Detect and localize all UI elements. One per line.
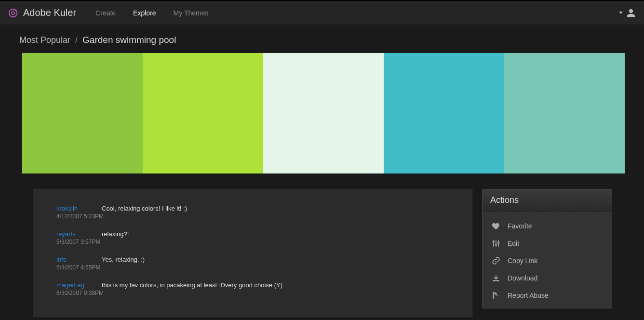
swatch-2[interactable] (143, 53, 263, 173)
action-label: Download (508, 274, 537, 282)
main-nav: Create Explore My Themes (95, 9, 208, 17)
chevron-down-icon (619, 12, 623, 14)
comment-timestamp: 4/12/2007 5:23PM (56, 213, 453, 220)
color-palette (22, 53, 625, 173)
comment-author[interactable]: maged.eg (56, 281, 102, 289)
action-label: Report Abuse (508, 292, 549, 299)
action-report-abuse[interactable]: Report Abuse (483, 287, 612, 304)
action-copy-link[interactable]: Copy Link (483, 252, 612, 269)
action-label: Copy Link (508, 257, 537, 265)
breadcrumb-separator: / (75, 35, 78, 45)
comment-item: infoYes, relaxing. :)5/3/2007 4:55PM (56, 256, 453, 271)
actions-panel: Actions FavoriteEditCopy LinkDownloadRep… (482, 189, 612, 317)
heart-icon (491, 221, 501, 231)
comment-author[interactable]: info (56, 256, 102, 263)
brand-name: Adobe Kuler (23, 7, 76, 18)
swatch-5[interactable] (504, 53, 625, 173)
comment-item: krokslinCool, relaxing colors! I like it… (56, 205, 453, 220)
comment-author[interactable]: krokslin (56, 205, 102, 212)
action-edit[interactable]: Edit (483, 235, 612, 252)
download-icon (491, 273, 501, 283)
svg-point-1 (12, 12, 14, 14)
comment-text: this is my fav colors, in pacakeing at l… (102, 281, 282, 289)
link-icon (491, 256, 501, 266)
action-download[interactable]: Download (483, 269, 612, 287)
breadcrumb: Most Popular / Garden swimming pool (19, 35, 625, 45)
page-title: Garden swimming pool (82, 35, 176, 45)
brand-logo-group[interactable]: Adobe Kuler (8, 7, 76, 18)
breadcrumb-category[interactable]: Most Popular (19, 35, 70, 45)
svg-rect-7 (496, 244, 497, 245)
svg-point-2 (15, 9, 17, 11)
svg-rect-6 (493, 241, 494, 242)
nav-explore[interactable]: Explore (133, 9, 156, 17)
comment-timestamp: 5/3/2007 3:57PM (56, 239, 453, 245)
action-label: Edit (508, 240, 519, 247)
top-nav-bar: Adobe Kuler Create Explore My Themes (0, 0, 644, 25)
comment-author[interactable]: reyarts (56, 230, 102, 238)
comment-item: reyartsrelaxing?!5/3/2007 3:57PM (56, 230, 453, 245)
comment-text: Cool, relaxing colors! I like it! :) (102, 205, 187, 212)
swatch-4[interactable] (384, 53, 504, 173)
comment-text: Yes, relaxing. :) (102, 256, 145, 263)
actions-title: Actions (482, 189, 612, 212)
swatch-1[interactable] (22, 53, 143, 173)
avatar-icon (626, 8, 636, 18)
comment-timestamp: 6/30/2007 9:38PM (56, 290, 453, 296)
comments-panel: krokslinCool, relaxing colors! I like it… (33, 189, 472, 317)
action-label: Favorite (508, 222, 532, 230)
flag-icon (491, 291, 501, 300)
nav-my-themes[interactable]: My Themes (174, 9, 209, 17)
comment-text: relaxing?! (102, 230, 129, 238)
kuler-logo-icon (8, 8, 18, 18)
nav-create[interactable]: Create (95, 9, 116, 17)
svg-rect-8 (498, 242, 499, 243)
sliders-icon (491, 239, 501, 248)
swatch-3[interactable] (263, 53, 384, 173)
comment-timestamp: 5/3/2007 4:55PM (56, 264, 453, 271)
action-favorite[interactable]: Favorite (483, 217, 612, 235)
user-menu[interactable] (619, 8, 636, 18)
comment-item: maged.egthis is my fav colors, in pacake… (56, 281, 453, 296)
